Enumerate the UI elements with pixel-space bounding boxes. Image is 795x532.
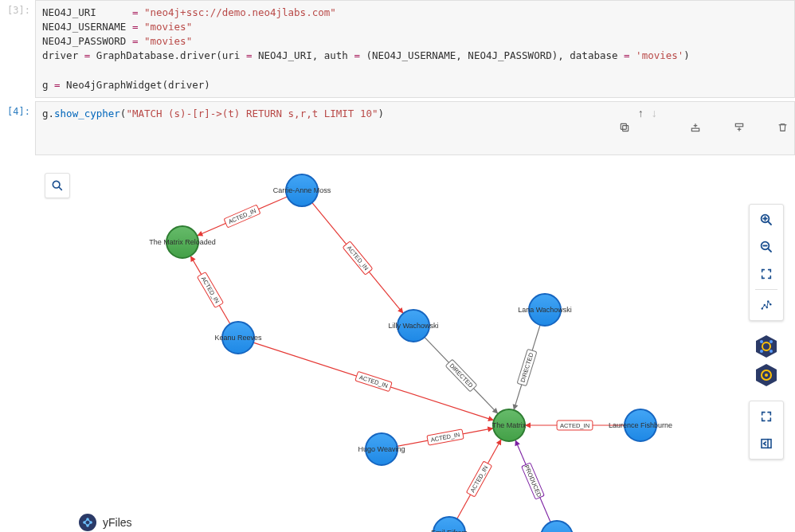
code-input-4[interactable]: g.show_cypher("MATCH (s)-[r]->(t) RETURN… bbox=[35, 101, 795, 155]
svg-point-60 bbox=[770, 350, 773, 353]
svg-point-61 bbox=[760, 350, 763, 353]
code-cell-3: [3]: NEO4J_URI = "neo4j+ssc://demo.neo4j… bbox=[0, 0, 795, 98]
graph-node[interactable]: The Matrix Reloaded bbox=[149, 226, 216, 258]
insert-below-icon[interactable] bbox=[709, 105, 745, 154]
graph-node[interactable]: Hugo Weaving bbox=[358, 433, 405, 465]
svg-point-64 bbox=[765, 374, 768, 377]
svg-point-59 bbox=[770, 340, 773, 343]
node-label: Keanu Reeves bbox=[214, 334, 262, 342]
svg-rect-5 bbox=[735, 123, 742, 127]
node-label: The Matrix Reloaded bbox=[149, 238, 216, 246]
svg-point-39 bbox=[541, 521, 573, 532]
cell-prompt-3: [3]: bbox=[0, 0, 35, 21]
duplicate-cell-icon[interactable] bbox=[594, 105, 630, 154]
graph-node[interactable]: Laurence Fishburne bbox=[609, 409, 672, 441]
auto-layout-button[interactable] bbox=[750, 291, 782, 319]
sidebar-toggle-button[interactable] bbox=[750, 430, 782, 457]
fit-content-button[interactable] bbox=[750, 260, 782, 288]
graph-side-toolbar bbox=[749, 204, 784, 471]
yfiles-icon bbox=[79, 514, 96, 531]
graph-node[interactable]: Lana Wachowski bbox=[518, 294, 572, 326]
code-input-3[interactable]: NEO4J_URI = "neo4j+ssc://demo.neo4jlabs.… bbox=[35, 0, 795, 98]
svg-rect-2 bbox=[691, 128, 699, 131]
graph-node[interactable]: Emil Eifrem bbox=[431, 517, 468, 532]
node-label: Lilly Wachowski bbox=[388, 322, 438, 330]
node-label: The Matrix bbox=[492, 421, 527, 429]
neighborhood-button[interactable] bbox=[754, 334, 779, 359]
graph-node[interactable]: Lilly Wachowski bbox=[388, 310, 438, 342]
code-cell-4: [4]: g.show_cypher("MATCH (s)-[r]->(t) R… bbox=[0, 101, 795, 155]
node-label: Hugo Weaving bbox=[358, 445, 405, 453]
cell-toolbar: ↑ ↓ bbox=[594, 105, 789, 154]
svg-marker-56 bbox=[756, 335, 777, 358]
node-label: Laurence Fishburne bbox=[609, 421, 672, 429]
svg-line-49 bbox=[768, 248, 771, 252]
yfiles-label: yFiles bbox=[103, 516, 132, 529]
zoom-in-button[interactable] bbox=[750, 206, 782, 233]
yfiles-logo: yFiles bbox=[79, 514, 132, 531]
svg-line-45 bbox=[768, 221, 771, 225]
zoom-out-button[interactable] bbox=[750, 233, 782, 260]
cell-prompt-4: [4]: bbox=[0, 101, 35, 122]
node-label: Lana Wachowski bbox=[518, 306, 572, 314]
graph-node[interactable]: The Matrix bbox=[492, 409, 527, 441]
svg-rect-1 bbox=[621, 123, 626, 129]
edge-label: ACTED_IN bbox=[560, 422, 589, 429]
node-label: Carrie-Anne Moss bbox=[273, 186, 331, 194]
graph-canvas[interactable]: ACTED_INACTED_INACTED_INACTED_INACTED_IN… bbox=[35, 158, 784, 532]
svg-point-58 bbox=[760, 340, 763, 343]
insert-above-icon[interactable] bbox=[665, 105, 701, 154]
edge-label: ACTED_IN bbox=[358, 374, 389, 389]
overview-button[interactable] bbox=[754, 362, 779, 388]
graph-node[interactable]: Keanu Reeves bbox=[214, 322, 262, 354]
edge-label: DIRECTED bbox=[448, 362, 474, 389]
graph-node[interactable]: Joel Silver bbox=[540, 521, 574, 532]
graph-output[interactable]: ACTED_INACTED_INACTED_INACTED_INACTED_IN… bbox=[35, 158, 789, 532]
move-up-icon[interactable]: ↑ bbox=[638, 105, 644, 154]
node-label: Emil Eifrem bbox=[431, 529, 468, 532]
edge-label: ACTED_IN bbox=[346, 244, 370, 272]
fullscreen-button[interactable] bbox=[750, 403, 782, 430]
delete-cell-icon[interactable] bbox=[753, 105, 788, 154]
move-down-icon[interactable]: ↓ bbox=[652, 105, 657, 154]
edge-label: DIRECTED bbox=[519, 351, 535, 383]
graph-node[interactable]: Carrie-Anne Moss bbox=[273, 174, 331, 206]
svg-rect-0 bbox=[622, 126, 628, 131]
